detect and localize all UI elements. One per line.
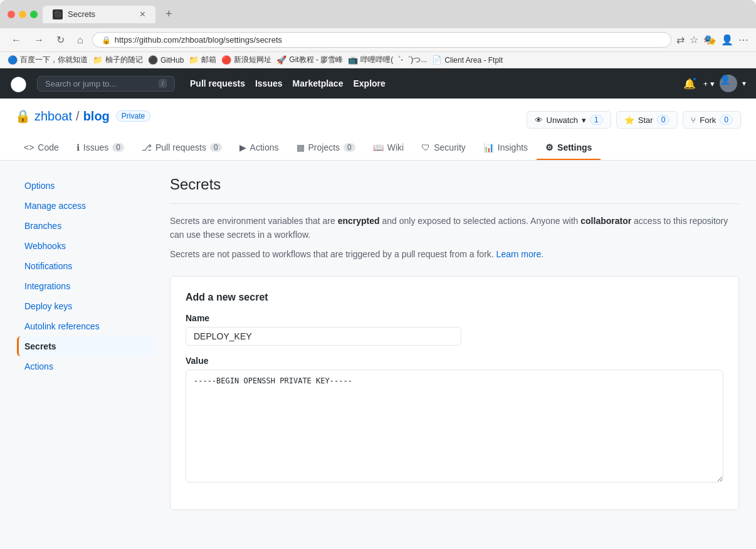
content-wrapper: Options Manage access Branches Webhooks … — [0, 161, 756, 525]
tab-issues[interactable]: ℹ Issues 0 — [68, 136, 133, 160]
maximize-button[interactable] — [30, 11, 38, 18]
sidebar-item-autolink[interactable]: Autolink references — [17, 316, 155, 336]
unwatch-count: 1 — [590, 115, 603, 125]
github-logo[interactable]: ⬤ — [10, 75, 27, 92]
extension-icon[interactable]: 🎭 — [703, 34, 716, 46]
nav-right-actions: 🔔 + ▾ 👤 ▾ — [681, 75, 746, 92]
issues-label: Issues — [83, 142, 108, 152]
learn-more-link[interactable]: Learn more — [496, 249, 542, 259]
new-tab-button[interactable]: + — [160, 5, 177, 23]
sidebar-item-branches[interactable]: Branches — [17, 216, 155, 236]
fork-icon: ⑂ — [691, 115, 696, 125]
tab-security[interactable]: 🛡 Security — [412, 136, 475, 160]
repo-name-link[interactable]: blog — [83, 109, 110, 124]
projects-label: Projects — [308, 142, 340, 152]
bookmark-baidu[interactable]: 🔵百度一下，你就知道 — [8, 55, 88, 65]
browser-titlebar: ⚫ Secrets × + — [0, 0, 756, 28]
secrets-description: Secrets are environment variables that a… — [170, 214, 739, 242]
code-label: Code — [38, 142, 58, 152]
repo-owner-link[interactable]: zhboat — [34, 109, 72, 124]
desc-bold-collaborator: collaborator — [580, 216, 631, 226]
private-badge: Private — [116, 110, 150, 122]
notification-indicator — [692, 77, 697, 82]
browser-toolbar: ← → ↻ ⌂ 🔒 https://github.com/zhboat/blog… — [0, 28, 756, 52]
bookmark-icon[interactable]: ☆ — [690, 34, 698, 46]
sidebar-item-deploy-keys[interactable]: Deploy keys — [17, 296, 155, 316]
bookmark-client-area[interactable]: 📄Client Area - Ftplt — [432, 55, 503, 65]
bookmark-mail[interactable]: 📁邮箱 — [189, 55, 216, 65]
sidebar-item-webhooks[interactable]: Webhooks — [17, 236, 155, 256]
new-item-button[interactable]: + ▾ — [703, 79, 715, 88]
name-input[interactable] — [186, 327, 461, 346]
sidebar-item-secrets[interactable]: Secrets — [17, 336, 155, 356]
bookmark-github[interactable]: ⚫GitHub — [148, 55, 184, 65]
tab-insights[interactable]: 📊 Insights — [475, 136, 537, 160]
sidebar-item-notifications[interactable]: Notifications — [17, 256, 155, 276]
tab-wiki[interactable]: 📖 Wiki — [364, 136, 412, 160]
unwatch-dropdown-icon: ▾ — [582, 115, 586, 125]
avatar-dropdown-icon[interactable]: ▾ — [742, 79, 746, 88]
secrets-note: Secrets are not passed to workflows that… — [170, 247, 739, 261]
fork-button[interactable]: ⑂ Fork 0 — [683, 111, 741, 129]
close-button[interactable] — [8, 11, 15, 18]
sidebar-item-integrations[interactable]: Integrations — [17, 276, 155, 296]
nav-issues[interactable]: Issues — [255, 78, 283, 88]
tab-actions[interactable]: ▶ Actions — [231, 136, 288, 160]
nav-marketplace[interactable]: Marketplace — [293, 78, 344, 88]
bookmarks-bar: 🔵百度一下，你就知道 📁柚子的随记 ⚫GitHub 📁邮箱 🔴新浪短网址 🚀Gi… — [0, 52, 756, 68]
sidebar-item-options[interactable]: Options — [17, 176, 155, 196]
value-field-group: Value -----BEGIN OPENSSH PRIVATE KEY----… — [186, 356, 723, 484]
home-button[interactable]: ⌂ — [73, 33, 87, 47]
forward-button[interactable]: → — [30, 33, 48, 47]
code-icon: <> — [24, 142, 34, 152]
repo-action-buttons: 👁 Unwatch ▾ 1 ⭐ Star 0 ⑂ Fork 0 — [527, 111, 741, 129]
notifications-bell[interactable]: 🔔 — [681, 75, 698, 92]
insights-label: Insights — [498, 142, 528, 152]
tab-pull-requests[interactable]: ⎇ Pull requests 0 — [133, 136, 231, 160]
desc-bold-encrypted: encrypted — [338, 216, 380, 226]
url-bar[interactable]: 🔒 https://github.com/zhboat/blog/setting… — [92, 32, 671, 48]
bookmark-sina[interactable]: 🔴新浪短网址 — [221, 55, 271, 65]
sidebar-item-manage-access[interactable]: Manage access — [17, 196, 155, 216]
tab-projects[interactable]: ▦ Projects 0 — [288, 136, 364, 160]
lock-repo-icon: 🔒 — [15, 109, 31, 124]
star-label: Star — [638, 115, 653, 125]
bookmark-git-tutorial[interactable]: 🚀Git教程 - 廖雪峰 — [276, 55, 343, 65]
nav-explore[interactable]: Explore — [353, 78, 385, 88]
tab-code[interactable]: <> Code — [15, 136, 68, 160]
refresh-button[interactable]: ↻ — [53, 33, 68, 47]
projects-icon: ▦ — [297, 142, 305, 152]
bookmark-yuzi[interactable]: 📁柚子的随记 — [93, 55, 143, 65]
browser-tab[interactable]: ⚫ Secrets × — [43, 6, 155, 23]
unwatch-button[interactable]: 👁 Unwatch ▾ 1 — [527, 111, 611, 129]
security-label: Security — [434, 142, 466, 152]
value-textarea[interactable]: -----BEGIN OPENSSH PRIVATE KEY----- — [186, 370, 723, 482]
settings-label: Settings — [557, 142, 592, 152]
tab-close-button[interactable]: × — [140, 9, 145, 19]
bookmark-bilibili[interactable]: 📺哔哩哔哩(゜-゜)つ... — [348, 55, 427, 65]
settings-sidebar: Options Manage access Branches Webhooks … — [17, 176, 155, 510]
projects-count: 0 — [344, 143, 355, 152]
name-field-group: Name — [186, 313, 723, 346]
tab-settings[interactable]: ⚙ Settings — [537, 136, 601, 160]
pr-count: 0 — [210, 143, 222, 152]
pr-label: Pull requests — [155, 142, 206, 152]
minimize-button[interactable] — [19, 11, 26, 18]
menu-icon[interactable]: ⋯ — [738, 34, 748, 46]
desc-text-1: Secrets are environment variables that a… — [170, 216, 338, 226]
star-button[interactable]: ⭐ Star 0 — [616, 111, 678, 129]
search-bar[interactable]: Search or jump to... / — [37, 76, 175, 92]
breadcrumb-separator: / — [76, 109, 80, 124]
nav-pull-requests[interactable]: Pull requests — [190, 78, 245, 88]
window-controls — [8, 11, 38, 18]
pr-icon: ⎇ — [142, 142, 152, 152]
nav-links: Pull requests Issues Marketplace Explore — [190, 78, 386, 88]
main-content: Options Manage access Branches Webhooks … — [2, 161, 754, 525]
user-avatar[interactable]: 👤 — [720, 75, 737, 92]
profile-icon[interactable]: 👤 — [721, 34, 733, 46]
sidebar-item-actions[interactable]: Actions — [17, 356, 155, 376]
actions-label: Actions — [250, 142, 279, 152]
wiki-icon: 📖 — [373, 142, 384, 152]
translate-icon: ⇄ — [676, 34, 685, 46]
back-button[interactable]: ← — [8, 33, 25, 47]
